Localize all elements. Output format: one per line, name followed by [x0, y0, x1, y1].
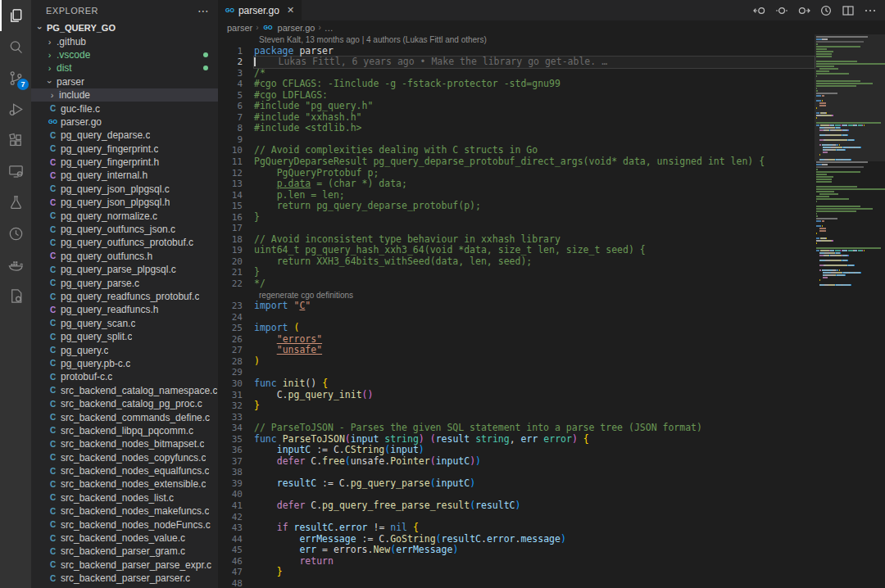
code-line[interactable]: 2Lukas Fittl, 6 years ago • Make the lib…: [218, 57, 815, 68]
code-line[interactable]: 1package parser: [218, 46, 815, 57]
tree-item[interactable]: Csrc_backend_libpq_pqcomm.c: [31, 424, 218, 437]
codelens-row[interactable]: Steven Kalt, 13 months ago | 4 authors (…: [218, 34, 815, 46]
code-line[interactable]: 39 resultC := C.pg_query_parse(inputC): [218, 478, 815, 490]
tree-item[interactable]: Csrc_backend_nodes_bitmapset.c: [31, 437, 218, 450]
tree-item[interactable]: ›parser: [31, 75, 218, 88]
code-line[interactable]: 7#include "xxhash.h": [218, 112, 815, 124]
tree-item[interactable]: Cpg_query_parse_plpgsql.c: [31, 263, 218, 276]
code-line[interactable]: 8#include <stdlib.h>: [218, 123, 815, 134]
code-line[interactable]: 3/*: [218, 68, 815, 79]
tree-item[interactable]: Cpg_query_deparse.c: [31, 129, 218, 142]
run-and-debug-icon[interactable]: [0, 93, 31, 124]
code-line[interactable]: 10// Avoid complexities dealing with C s…: [218, 145, 815, 156]
code-line[interactable]: 15 return pg_query_deparse_protobuf(p);: [218, 201, 815, 212]
tree-item[interactable]: Cpg_query_readfuncs.h: [31, 303, 218, 316]
tree-item[interactable]: Csrc_backend_nodes_nodeFuncs.c: [31, 518, 218, 531]
tree-item[interactable]: Cpg_query_normalize.c: [31, 209, 218, 222]
file-history-icon[interactable]: [819, 4, 833, 17]
code-line[interactable]: 25import (: [218, 323, 815, 334]
tree-item[interactable]: Cpg_query_outfuncs.h: [31, 250, 218, 263]
code-line[interactable]: 12 PgQueryProtobuf p;: [218, 168, 815, 179]
tree-item[interactable]: ›dist: [31, 61, 218, 75]
tree-item[interactable]: Csrc_backend_nodes_copyfuncs.c: [31, 451, 218, 464]
source-control-icon[interactable]: 7: [0, 62, 31, 93]
more-actions-icon[interactable]: ⋯: [197, 4, 210, 17]
tree-item[interactable]: Cpg_query_fingerprint.c: [31, 142, 218, 156]
tree-item[interactable]: Cpg_query_json_plpgsql.h: [31, 196, 218, 209]
code-line[interactable]: 27 "unsafe": [218, 345, 815, 356]
tree-item[interactable]: Csrc_backend_parser_gram.c: [31, 545, 218, 558]
codelens-row[interactable]: regenerate cgo definitions: [218, 290, 815, 301]
code-line[interactable]: 37 defer C.free(unsafe.Pointer(inputC)): [218, 456, 815, 468]
tree-item[interactable]: Cpg_query_readfuncs_protobuf.c: [31, 290, 218, 303]
code-line[interactable]: 47 }: [218, 567, 815, 578]
code-line[interactable]: 31 C.pg_query_init(): [218, 390, 815, 401]
tree-item[interactable]: ›include: [31, 88, 218, 102]
split-editor-icon[interactable]: [842, 4, 855, 17]
tree-item[interactable]: Csrc_backend_catalog_namespace.c: [31, 384, 218, 397]
code-line[interactable]: 28): [218, 356, 815, 368]
file-history-icon[interactable]: [0, 218, 31, 249]
code-line[interactable]: 21}: [218, 267, 815, 278]
code-line[interactable]: 20 return XXH3_64bits_withSeed(data, len…: [218, 256, 815, 268]
tree-item[interactable]: GOparser.go: [31, 115, 218, 129]
search-icon[interactable]: [0, 31, 31, 62]
code-line[interactable]: 29: [218, 367, 815, 378]
tab-parser-go[interactable]: GO parser.go ✕: [218, 0, 302, 20]
close-icon[interactable]: ✕: [287, 5, 294, 16]
code-line[interactable]: 5#cgo LDFLAGS:: [218, 90, 815, 102]
tree-root-folder[interactable]: ›PG_QUERY_GO: [31, 21, 218, 34]
code-line[interactable]: 26 "errors": [218, 334, 815, 346]
code-line[interactable]: 34// ParseToJSON - Parses the given SQL …: [218, 423, 815, 434]
code-line[interactable]: 11PgQueryDeparseResult pg_query_deparse_…: [218, 156, 815, 168]
tree-item[interactable]: Csrc_backend_catalog_pg_proc.c: [31, 397, 218, 410]
tree-item[interactable]: Cguc-file.c: [31, 102, 218, 115]
tree-item[interactable]: Csrc_backend_nodes_makefuncs.c: [31, 504, 218, 518]
tree-item[interactable]: Csrc_backend_commands_define.c: [31, 410, 218, 423]
tree-item[interactable]: Cpg_query_json_plpgsql.c: [31, 183, 218, 196]
tree-item[interactable]: Cpg_query_parse.c: [31, 276, 218, 289]
project-settings-icon[interactable]: [0, 280, 31, 311]
code-line[interactable]: 33: [218, 412, 815, 423]
code-line[interactable]: 36 inputC := C.CString(input): [218, 445, 815, 456]
code-line[interactable]: 35func ParseToJSON(input string) (result…: [218, 434, 815, 446]
code-line[interactable]: 45 err = errors.New(errMessage): [218, 545, 815, 556]
code-line[interactable]: 22*/: [218, 278, 815, 290]
tree-item[interactable]: Cpg_query_scan.c: [31, 317, 218, 330]
code-line[interactable]: 32}: [218, 400, 815, 412]
code-line[interactable]: 14 p.len = len;: [218, 190, 815, 201]
code-line[interactable]: 44 errMessage := C.GoString(resultC.erro…: [218, 534, 815, 545]
tree-item[interactable]: Cpg_query.pb-c.c: [31, 357, 218, 370]
explorer-icon[interactable]: [0, 0, 31, 31]
code-line[interactable]: 13 p.data = (char *) data;: [218, 179, 815, 190]
remote-explorer-icon[interactable]: [0, 156, 31, 187]
tree-item[interactable]: Cpg_query_outfuncs_protobuf.c: [31, 236, 218, 249]
tree-item[interactable]: Csrc_backend_nodes_list.c: [31, 491, 218, 504]
code-line[interactable]: 38: [218, 467, 815, 478]
testing-flask-icon[interactable]: [0, 187, 31, 218]
open-changes-icon[interactable]: [775, 4, 788, 17]
tree-item[interactable]: Cpg_query_split.c: [31, 330, 218, 343]
tree-item[interactable]: Cpg_query.c: [31, 343, 218, 356]
code-line[interactable]: 43 if resultC.error != nil {: [218, 522, 815, 534]
docker-icon[interactable]: [0, 249, 31, 280]
code-line[interactable]: 40: [218, 489, 815, 500]
code-line[interactable]: 4#cgo CFLAGS: -Iinclude -g -fstack-prote…: [218, 79, 815, 90]
code-line[interactable]: 41 defer C.pg_query_free_parse_result(re…: [218, 500, 815, 512]
code-line[interactable]: 19uint64_t pg_query_hash_xxh3_64(void *d…: [218, 245, 815, 256]
code-line[interactable]: 48: [218, 578, 815, 588]
tree-item[interactable]: Csrc_backend_nodes_equalfuncs.c: [31, 464, 218, 477]
tree-item[interactable]: Csrc_backend_nodes_extensible.c: [31, 477, 218, 491]
tree-item[interactable]: Csrc_backend_nodes_value.c: [31, 531, 218, 545]
code-line[interactable]: 16}: [218, 212, 815, 224]
previous-change-icon[interactable]: [753, 4, 766, 17]
tree-item[interactable]: ›.vscode: [31, 48, 218, 61]
code-line[interactable]: 46 return: [218, 556, 815, 568]
code-line[interactable]: 9: [218, 134, 815, 146]
tree-item[interactable]: ›.github: [31, 34, 218, 47]
code-line[interactable]: 6#include "pg_query.h": [218, 101, 815, 112]
code-editor[interactable]: Steven Kalt, 13 months ago | 4 authors (…: [218, 34, 885, 588]
code-line[interactable]: 30func init() {: [218, 378, 815, 390]
breadcrumb-folder[interactable]: parser: [227, 23, 252, 33]
breadcrumb-file[interactable]: parser.go: [278, 23, 315, 33]
